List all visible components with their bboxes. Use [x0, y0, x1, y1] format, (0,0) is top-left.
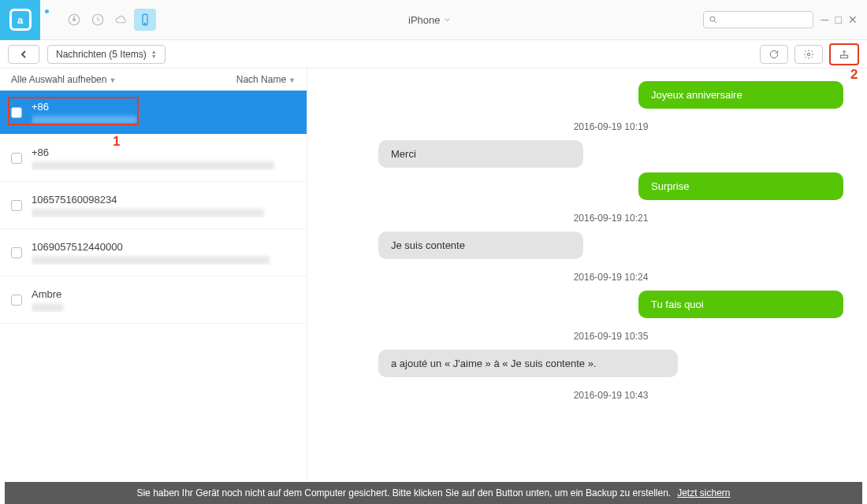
tab-history-icon[interactable] — [87, 9, 109, 31]
msg-timestamp: 2016-09-19 10:19 — [378, 121, 843, 132]
msg-in: a ajouté un « J'aime » à « Je suis conte… — [378, 350, 678, 377]
tab-music-icon[interactable] — [63, 9, 85, 31]
row-checkbox[interactable] — [11, 200, 22, 211]
main-area: Alle Auswahl aufheben▼ Nach Name▼ +86 +8… — [0, 69, 867, 482]
backup-banner: Sie haben Ihr Gerät noch nicht auf dem C… — [5, 482, 862, 504]
annotation-step-2: 2 — [850, 67, 858, 83]
back-button[interactable] — [8, 45, 39, 64]
msg-timestamp: 2016-09-19 10:35 — [378, 331, 843, 342]
app-logo: a — [0, 0, 40, 40]
msg-out: Joyeux anniversaire — [638, 81, 843, 109]
backup-banner-text: Sie haben Ihr Gerät noch nicht auf dem C… — [136, 487, 671, 498]
tab-device-icon[interactable] — [134, 9, 156, 31]
settings-button[interactable] — [794, 45, 823, 64]
conversation-sidebar: Alle Auswahl aufheben▼ Nach Name▼ +86 +8… — [0, 69, 307, 482]
conversation-row[interactable]: 1069057512440000 — [0, 229, 307, 276]
export-button[interactable] — [829, 43, 859, 65]
window-maximize-icon[interactable]: □ — [835, 13, 842, 26]
tab-cloud-icon[interactable] — [110, 9, 132, 31]
refresh-button[interactable] — [760, 45, 788, 64]
backup-now-link[interactable]: Jetzt sichern — [677, 487, 730, 498]
svg-point-1 — [73, 19, 76, 21]
svg-point-5 — [710, 17, 715, 21]
msg-out: Surprise — [638, 172, 843, 200]
msg-out: Tu fais quoi — [638, 291, 843, 318]
row-checkbox[interactable] — [11, 153, 22, 164]
row-checkbox[interactable] — [11, 295, 22, 306]
highlight-box-1 — [8, 97, 139, 125]
window-close-icon[interactable]: ✕ — [848, 13, 858, 26]
search-input[interactable] — [703, 11, 813, 28]
message-pane: Joyeux anniversaire 2016-09-19 10:19 Mer… — [307, 69, 867, 482]
conversation-row[interactable]: 106575160098234 — [0, 182, 307, 229]
conversation-row[interactable]: +86 — [0, 135, 307, 182]
device-title[interactable]: iPhone — [156, 14, 703, 26]
svg-rect-7 — [840, 55, 847, 58]
row-checkbox[interactable] — [11, 247, 22, 258]
conversation-row[interactable]: +86 — [0, 91, 307, 135]
sort-dropdown[interactable]: Nach Name▼ — [236, 74, 296, 85]
svg-point-6 — [807, 53, 810, 56]
annotation-step-1: 1 — [113, 134, 120, 150]
deselect-all-link[interactable]: Alle Auswahl aufheben▼ — [11, 74, 116, 85]
msg-in: Je suis contente — [378, 232, 583, 259]
logo-dot — [45, 9, 49, 13]
svg-point-4 — [144, 23, 145, 24]
breadcrumb[interactable]: Nachrichten (5 Items) ▲▼ — [47, 45, 166, 64]
msg-timestamp: 2016-09-19 10:43 — [378, 390, 843, 401]
window-minimize-icon[interactable]: ─ — [821, 13, 829, 26]
top-toolbar: a iPhone ─ □ ✕ — [0, 0, 867, 40]
msg-timestamp: 2016-09-19 10:24 — [378, 272, 843, 283]
secondary-toolbar: Nachrichten (5 Items) ▲▼ — [0, 40, 867, 69]
conversation-row[interactable]: Ambre — [0, 276, 307, 324]
breadcrumb-label: Nachrichten (5 Items) — [56, 49, 147, 60]
msg-in: Merci — [378, 140, 583, 168]
msg-timestamp: 2016-09-19 10:21 — [378, 213, 843, 224]
